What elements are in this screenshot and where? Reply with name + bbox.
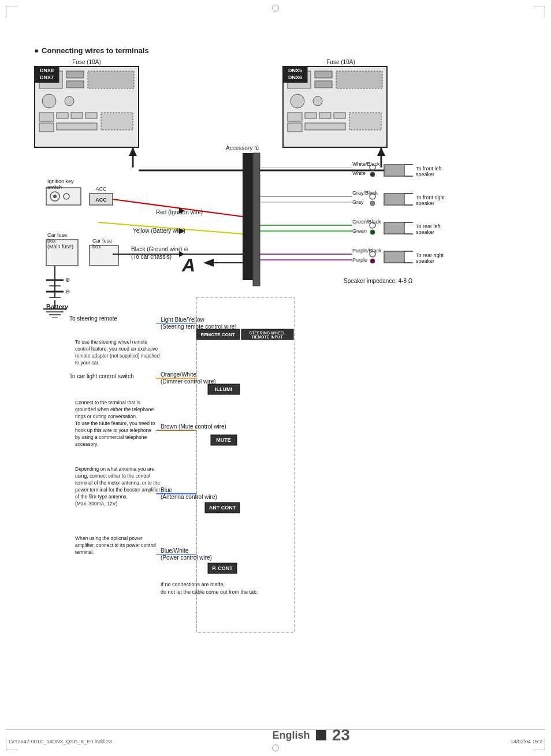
svg-text:Speaker impedance: 4-8 Ω: Speaker impedance: 4-8 Ω (344, 278, 413, 284)
svg-text:To front left: To front left (416, 166, 442, 172)
svg-rect-11 (39, 123, 54, 132)
svg-rect-24 (336, 71, 382, 88)
svg-text:terminal of the motor antenna,: terminal of the motor antenna, or to the (75, 480, 160, 486)
svg-rect-104 (384, 193, 404, 205)
svg-text:(Main fuse): (Main fuse) (47, 244, 73, 249)
svg-text:Blue: Blue (161, 487, 172, 493)
svg-text:Green/Black: Green/Black (352, 219, 381, 225)
svg-text:remote adapter (not supplied) : remote adapter (not supplied) matched (75, 353, 160, 359)
svg-text:A: A (181, 255, 195, 275)
svg-text:MUTE: MUTE (216, 437, 231, 443)
svg-rect-23 (315, 81, 332, 88)
svg-text:Fuse (10A): Fuse (10A) (326, 59, 355, 65)
svg-text:box: box (47, 238, 56, 244)
svg-point-48 (53, 195, 57, 198)
svg-text:do not let the cable come out : do not let the cable come out from the t… (161, 589, 258, 595)
svg-text:To use the Mute feature, you n: To use the Mute feature, you need to (75, 420, 155, 426)
svg-text:by using a commercial telephon: by using a commercial telephone (75, 434, 147, 440)
corner-mark-tl (6, 6, 17, 17)
svg-text:To use the steering wheel remo: To use the steering wheel remote (75, 339, 147, 345)
svg-text:To steering remote: To steering remote (69, 315, 117, 322)
svg-text:Accessory ①: Accessory ① (226, 145, 259, 151)
footer-file: LVT2547-001C_14DNX_QSG_K_En.indd 23 (9, 739, 111, 744)
svg-rect-86 (253, 153, 260, 286)
svg-marker-19 (129, 147, 137, 156)
svg-text:Car fuse: Car fuse (92, 238, 112, 244)
english-label: English (273, 729, 310, 742)
svg-text:Red (Ignition wire): Red (Ignition wire) (156, 209, 203, 215)
svg-rect-31 (288, 123, 302, 132)
svg-rect-28 (305, 113, 317, 118)
svg-text:REMOTE INPUT: REMOTE INPUT (252, 335, 284, 339)
svg-text:Yellow (Battery wire): Yellow (Battery wire) (133, 228, 185, 234)
svg-text:(Power control wire): (Power control wire) (161, 554, 212, 561)
svg-text:hook up this wire to your tele: hook up this wire to your telephone (75, 427, 151, 433)
svg-text:Gray/Black: Gray/Black (352, 190, 378, 196)
svg-text:Fuse (10A): Fuse (10A) (72, 59, 100, 65)
svg-text:Green: Green (352, 228, 367, 234)
svg-text:control feature, you need an e: control feature, you need an exclusive (75, 346, 158, 352)
svg-text:When using the optional power: When using the optional power (75, 535, 143, 541)
svg-text:speaker: speaker (416, 229, 434, 235)
svg-text:Purple: Purple (352, 257, 367, 263)
svg-rect-33 (349, 113, 381, 130)
svg-point-25 (291, 94, 304, 108)
svg-text:White: White (352, 170, 366, 176)
wiring-diagram: DNX8 DNX7 Fuse (10A) DNX5 DNX6 Fuse (10A… (17, 55, 537, 736)
svg-rect-12 (57, 123, 97, 130)
svg-text:grounded when either the telep: grounded when either the telephone (75, 407, 154, 412)
svg-rect-22 (315, 71, 332, 78)
svg-text:DNX7: DNX7 (40, 75, 54, 80)
svg-text:(To car chassis): (To car chassis) (131, 254, 172, 260)
svg-text:switch: switch (47, 184, 62, 190)
svg-text:(Steering remote control wire): (Steering remote control wire) (161, 323, 237, 330)
svg-text:terminal.: terminal. (75, 549, 94, 555)
svg-rect-27 (288, 113, 302, 121)
svg-text:(Antenna control wire): (Antenna control wire) (161, 494, 217, 500)
svg-rect-29 (319, 113, 331, 118)
svg-text:ANT CONT: ANT CONT (209, 505, 236, 511)
svg-rect-13 (101, 113, 133, 130)
registration-top (272, 5, 279, 12)
svg-text:Connect to the terminal that i: Connect to the terminal that is (75, 400, 140, 405)
svg-text:Blue/White: Blue/White (161, 548, 189, 554)
svg-text:ACC: ACC (95, 197, 107, 203)
page-square-icon (316, 730, 326, 740)
footer: LVT2547-001C_14DNX_QSG_K_En.indd 23 Engl… (0, 726, 551, 744)
svg-text:speaker: speaker (416, 258, 434, 264)
svg-text:Depending on what antenna you : Depending on what antenna you are (75, 466, 154, 472)
svg-text:ILLUMI: ILLUMI (215, 386, 232, 392)
svg-text:box: box (92, 244, 101, 249)
svg-text:⊕: ⊕ (65, 277, 70, 283)
svg-point-114 (370, 230, 375, 234)
svg-text:STEERING WHEEL: STEERING WHEEL (249, 331, 286, 335)
page-number: 23 (332, 726, 350, 744)
svg-text:to your car.: to your car. (75, 360, 99, 366)
svg-text:speaker: speaker (416, 200, 434, 206)
svg-rect-8 (57, 113, 68, 118)
svg-text:speaker: speaker (416, 172, 434, 177)
svg-text:P. CONT: P. CONT (212, 565, 233, 571)
svg-text:Orange/White: Orange/White (161, 371, 196, 378)
svg-text:If no connections are made,: If no connections are made, (161, 582, 225, 587)
svg-rect-40 (243, 153, 253, 280)
svg-text:DNX6: DNX6 (288, 75, 302, 80)
svg-rect-3 (66, 81, 84, 88)
svg-text:To car light control switch: To car light control switch (69, 373, 134, 379)
svg-text:White/Black: White/Black (352, 161, 380, 167)
svg-rect-7 (39, 113, 54, 121)
section-title: Connecting wires to terminals (35, 46, 149, 55)
svg-text:Ignition key: Ignition key (47, 178, 74, 184)
svg-text:DNX5: DNX5 (288, 68, 302, 73)
svg-text:To front right: To front right (416, 195, 445, 200)
svg-marker-39 (377, 147, 385, 156)
svg-point-125 (370, 259, 375, 263)
svg-text:ACC: ACC (95, 186, 107, 192)
svg-text:Black (Ground wire) ⊖: Black (Ground wire) ⊖ (131, 246, 188, 252)
corner-mark-tr (534, 6, 545, 17)
svg-rect-4 (88, 71, 134, 88)
svg-rect-32 (305, 123, 345, 130)
svg-text:DNX8: DNX8 (40, 68, 54, 73)
svg-text:(Max. 300mA, 12V): (Max. 300mA, 12V) (75, 501, 117, 507)
svg-text:of the film-type antenna.: of the film-type antenna. (75, 494, 128, 500)
